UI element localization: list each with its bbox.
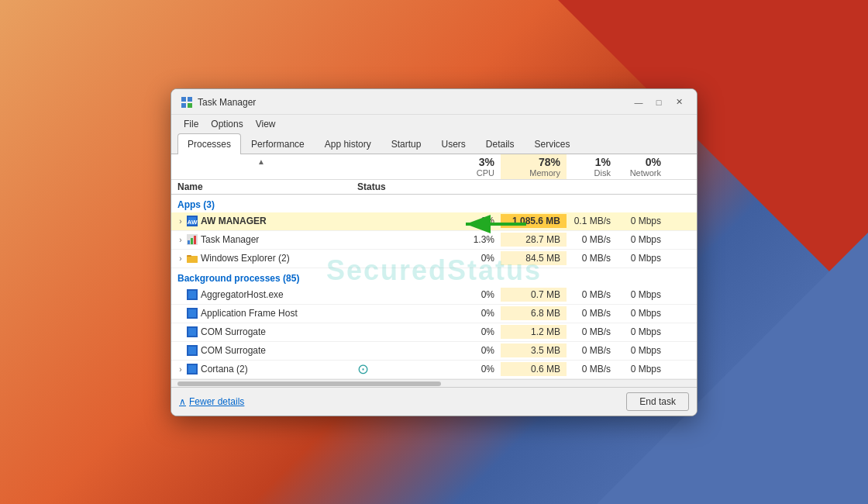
col-network-label2 [617,180,667,194]
menu-file[interactable]: File [177,116,205,132]
aw-manager-icon: AW [187,216,198,226]
aw-manager-disk: 0.1 MB/s [567,214,617,228]
aggregator-memory: 0.7 MB [501,288,567,302]
tab-details[interactable]: Details [476,133,525,154]
memory-pct: 78% [507,156,560,168]
app-frame-memory: 6.8 MB [501,306,567,320]
app-frame-icon [187,308,198,319]
expand-icon[interactable]: › [174,254,187,263]
com1-memory: 1.2 MB [501,325,567,339]
apps-section-header: Apps (3) [171,195,697,212]
window-controls: — □ ✕ [630,95,687,109]
aggregator-name-cell: › AggregatorHost.exe [171,288,351,302]
aggregator-name: AggregatorHost.exe [201,289,284,300]
tab-app-history[interactable]: App history [315,133,381,154]
bottom-bar: ∧ Fewer details End task [171,387,697,416]
table-row[interactable]: › COM Surrogate 0% 1.2 MB 0 MB/s 0 Mbps [171,323,697,342]
header-sort-arrow: ▲ [171,154,351,179]
table-row[interactable]: › AggregatorHost.exe 0% 0.7 MB 0 MB/s 0 … [171,286,697,305]
cortana-disk: 0 MB/s [567,362,617,376]
scrollbar-spacer [667,154,675,179]
task-manager-memory: 28.7 MB [501,233,567,247]
background-section-header: Background processes (85) [171,268,697,286]
expand-icon[interactable]: › [174,365,187,374]
com1-icon [187,326,198,337]
com1-disk: 0 MB/s [567,325,617,339]
cortana-icon [187,364,198,375]
com2-memory: 3.5 MB [501,343,567,357]
col-memory-label2 [501,180,567,194]
cpu-pct: 3% [449,156,494,168]
svg-rect-15 [187,255,191,257]
col-status-label: Status [351,180,443,194]
com2-icon [187,345,198,356]
table-row[interactable]: › Windows Explorer (2) 0% 84.5 MB 0 MB/s… [171,250,697,268]
close-button[interactable]: ✕ [670,95,687,109]
aw-manager-name: AW MANAGER [201,216,267,226]
svg-rect-21 [188,328,196,336]
fewer-details-link[interactable]: ∧ Fewer details [179,396,244,407]
com2-cpu: 0% [443,343,501,357]
cortana-network: 0 Mbps [617,362,667,376]
window-title: Task Manager [198,97,256,108]
cortana-cpu: 0% [443,362,501,376]
table-row[interactable]: › COM Surrogate 0% 3.5 MB 0 MB/s 0 Mbps [171,342,697,361]
com1-network: 0 Mbps [617,325,667,339]
horizontal-scrollbar[interactable] [171,379,697,387]
header-network: 0% Network [617,154,667,179]
header-status-spacer [351,154,443,179]
task-manager-window: Task Manager — □ ✕ File Options View Pro… [170,88,698,416]
com2-status [351,349,443,352]
disk-label: Disk [573,168,611,178]
task-manager-cpu: 1.3% [443,233,501,247]
windows-explorer-status [351,257,443,260]
expand-icon[interactable]: › [174,236,187,244]
app-frame-name: Application Frame Host [201,308,298,319]
task-manager-status [351,238,443,241]
svg-rect-19 [188,309,196,317]
com2-name-cell: › COM Surrogate [171,343,351,357]
svg-rect-14 [187,256,198,263]
table-row[interactable]: › Cortana (2) ⊙ 0% 0.6 MB 0 MB/s 0 Mbps [171,361,697,379]
end-task-button[interactable]: End task [626,392,689,411]
aggregator-icon [187,289,198,300]
minimize-button[interactable]: — [630,95,647,109]
tab-startup[interactable]: Startup [381,133,432,154]
aw-manager-memory: 1,085.6 MB [501,214,567,228]
tab-services[interactable]: Services [525,133,580,154]
fewer-details-label: Fewer details [189,396,244,407]
process-table[interactable]: Apps (3) › AW AW MANAGER 0% 1,085.6 MB 0… [171,195,697,379]
svg-rect-2 [181,103,186,108]
svg-rect-17 [188,291,196,299]
aw-manager-status [351,219,443,223]
header-cpu: 3% CPU [443,154,501,179]
svg-rect-12 [194,236,196,244]
maximize-button[interactable]: □ [650,95,667,109]
table-row[interactable]: › AW AW MANAGER 0% 1,085.6 MB 0.1 MB/s 0… [171,212,697,231]
menu-bar: File Options View [171,115,697,133]
windows-explorer-cpu: 0% [443,251,501,265]
aggregator-status [351,293,443,296]
menu-view[interactable]: View [250,116,282,132]
aw-manager-cpu: 0% [443,214,501,228]
app-frame-cpu: 0% [443,306,501,320]
com1-status [351,330,443,333]
menu-options[interactable]: Options [205,116,249,132]
table-row[interactable]: › Application Frame Host 0% 6.8 MB 0 MB/… [171,305,697,323]
table-row[interactable]: › Task Manager 1.3% 28.7 MB 0 MB/s 0 Mbp… [171,231,697,250]
svg-rect-23 [188,347,196,354]
com1-name-cell: › COM Surrogate [171,325,351,339]
tab-bar: Processes Performance App history Startu… [171,133,697,154]
tab-performance[interactable]: Performance [241,133,315,154]
expand-icon[interactable]: › [174,217,187,226]
app-frame-name-cell: › Application Frame Host [171,306,351,320]
windows-explorer-name-cell: › Windows Explorer (2) [171,251,351,265]
svg-rect-1 [188,97,192,102]
app-frame-disk: 0 MB/s [567,306,617,320]
tab-users[interactable]: Users [431,133,475,154]
scrollbar-thumb[interactable] [177,381,441,386]
com2-disk: 0 MB/s [567,343,617,357]
task-manager-name: Task Manager [201,234,259,245]
cortana-name-cell: › Cortana (2) [171,362,351,376]
tab-processes[interactable]: Processes [177,133,241,154]
